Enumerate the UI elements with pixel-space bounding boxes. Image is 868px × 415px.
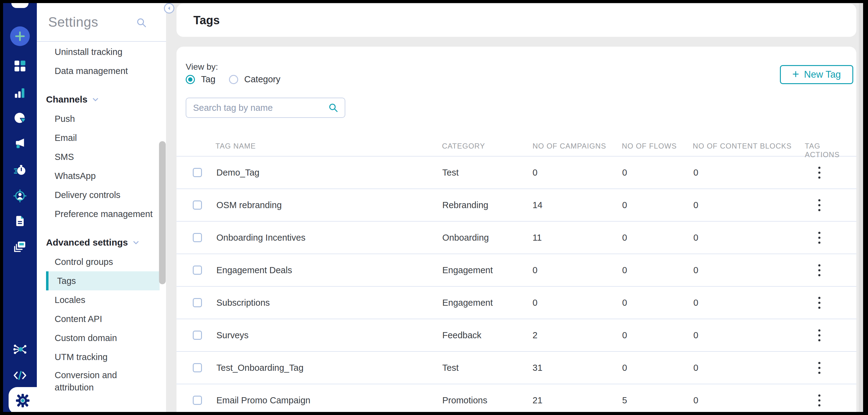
tag-name-cell: Onboarding Incentives — [216, 222, 305, 254]
flows-count-cell: 0 — [622, 222, 627, 254]
tag-name-cell: Subscriptions — [216, 287, 270, 319]
row-checkbox[interactable] — [193, 330, 202, 340]
settings-item-email[interactable]: Email — [37, 128, 158, 147]
megaphone-icon[interactable] — [3, 133, 37, 153]
table-row: Surveys Feedback 2 0 0 — [177, 319, 856, 352]
settings-item-whatsapp[interactable]: WhatsApp — [37, 166, 158, 185]
content-blocks-count-cell: 0 — [693, 384, 698, 412]
user-target-icon[interactable] — [3, 186, 37, 205]
settings-item-preference-management[interactable]: Preference management — [37, 204, 158, 223]
logo — [11, 3, 29, 8]
settings-item-locales[interactable]: Locales — [37, 290, 158, 310]
settings-menu: Uninstall tracking Data management Chann… — [37, 42, 158, 412]
table-row: Engagement Deals Engagement 0 0 0 — [177, 254, 856, 287]
page-title: Tags — [193, 14, 220, 27]
table-row: Test_Onboarding_Tag Test 31 0 0 — [177, 352, 856, 384]
tag-search — [186, 98, 345, 118]
content-blocks-count-cell: 0 — [693, 287, 698, 319]
view-by-label: View by: — [186, 62, 218, 72]
row-actions-kebab-icon[interactable] — [814, 254, 825, 286]
settings-panel-title: Settings — [48, 14, 98, 30]
table-row: OSM rebranding Rebranding 14 0 0 — [177, 189, 856, 222]
campaigns-count-cell: 21 — [532, 384, 542, 412]
settings-section-advanced-settings[interactable]: Advanced settings — [37, 233, 158, 252]
pie-chart-icon[interactable] — [3, 108, 37, 128]
table-header: TAG NAME CATEGORY NO OF CAMPAIGNS NO OF … — [177, 137, 856, 157]
row-actions-kebab-icon[interactable] — [814, 319, 825, 351]
row-checkbox[interactable] — [193, 168, 202, 177]
view-radio-tag[interactable]: Tag — [186, 74, 215, 85]
content-blocks-count-cell: 0 — [693, 319, 698, 351]
code-icon[interactable] — [3, 365, 37, 385]
create-plus-button[interactable] — [10, 26, 30, 46]
flows-count-cell: 0 — [622, 352, 627, 384]
bar-chart-icon[interactable] — [3, 83, 37, 102]
tag-search-input[interactable] — [186, 103, 328, 113]
settings-active-pill[interactable] — [9, 387, 37, 412]
row-checkbox[interactable] — [193, 396, 202, 405]
row-actions-kebab-icon[interactable] — [814, 287, 825, 319]
stopwatch-icon[interactable] — [3, 160, 37, 180]
page-header: Tags — [177, 4, 856, 37]
settings-section-channels[interactable]: Channels — [37, 90, 158, 109]
content-blocks-count-cell: 0 — [693, 189, 698, 221]
row-checkbox[interactable] — [193, 298, 202, 307]
row-checkbox[interactable] — [193, 233, 202, 242]
settings-item-delivery-controls[interactable]: Delivery controls — [37, 185, 158, 204]
gear-icon — [15, 392, 31, 409]
campaigns-count-cell: 14 — [532, 189, 542, 221]
hub-icon[interactable] — [3, 340, 37, 359]
main-area: Tags View by: Tag Category — [166, 3, 863, 412]
category-cell: Feedback — [442, 319, 481, 351]
category-cell: Engagement — [442, 287, 493, 319]
flows-count-cell: 0 — [622, 189, 627, 221]
category-cell: Promotions — [442, 384, 487, 412]
settings-item-uninstall-tracking[interactable]: Uninstall tracking — [37, 42, 158, 61]
category-cell: Onboarding — [442, 222, 489, 254]
row-actions-kebab-icon[interactable] — [814, 352, 825, 384]
settings-item-push[interactable]: Push — [37, 109, 158, 128]
page-scrollbar[interactable] — [859, 3, 863, 412]
new-tag-button[interactable]: + New Tag — [780, 65, 853, 84]
settings-panel-header: Settings — [37, 3, 166, 42]
content-blocks-count-cell: 0 — [693, 254, 698, 286]
row-checkbox[interactable] — [193, 200, 202, 210]
column-category: CATEGORY — [442, 142, 485, 151]
table-row: Onboarding Incentives Onboarding 11 0 0 — [177, 222, 856, 254]
document-icon[interactable] — [3, 211, 37, 231]
row-checkbox[interactable] — [193, 265, 202, 275]
table-row: Subscriptions Engagement 0 0 0 — [177, 287, 856, 319]
table-row: Demo_Tag Test 0 0 0 — [177, 157, 856, 189]
settings-item-sms[interactable]: SMS — [37, 147, 158, 166]
view-radio-category[interactable]: Category — [229, 74, 281, 85]
collapse-panel-button[interactable] — [164, 3, 174, 13]
dashboard-grid-icon[interactable] — [3, 56, 37, 76]
settings-item-control-groups[interactable]: Control groups — [37, 252, 158, 272]
campaigns-count-cell: 31 — [532, 352, 542, 384]
row-actions-kebab-icon[interactable] — [814, 189, 825, 221]
settings-item-utm-tracking[interactable]: UTM tracking — [37, 348, 158, 366]
search-icon[interactable] — [328, 102, 339, 113]
radio-dot — [229, 75, 238, 84]
settings-item-conversion-attribution[interactable]: Conversion and attribution — [37, 366, 158, 398]
settings-section-clipped[interactable]: Recommended Users — [37, 408, 158, 412]
cards-stack-icon[interactable] — [3, 237, 37, 256]
plus-icon: + — [792, 67, 799, 81]
column-no-of-flows: NO OF FLOWS — [622, 142, 677, 151]
row-actions-kebab-icon[interactable] — [814, 222, 825, 254]
settings-item-custom-domain[interactable]: Custom domain — [37, 328, 158, 348]
settings-item-data-management[interactable]: Data management — [37, 61, 158, 81]
tag-name-cell: Demo_Tag — [216, 157, 259, 189]
settings-search-icon[interactable] — [136, 17, 147, 28]
settings-item-tags[interactable]: Tags — [46, 272, 160, 290]
content-card: View by: Tag Category — [177, 47, 856, 412]
settings-item-content-api[interactable]: Content API — [37, 310, 158, 328]
table-body: Demo_Tag Test 0 0 0 OSM rebranding Rebra… — [177, 157, 856, 412]
row-actions-kebab-icon[interactable] — [814, 384, 825, 412]
app-window: Settings Uninstall tracking Data managem… — [3, 3, 863, 412]
settings-scrollbar-thumb[interactable] — [159, 141, 166, 284]
view-by-radios: Tag Category — [186, 74, 280, 85]
campaigns-count-cell: 0 — [532, 254, 537, 286]
row-checkbox[interactable] — [193, 363, 202, 372]
row-actions-kebab-icon[interactable] — [814, 157, 825, 189]
